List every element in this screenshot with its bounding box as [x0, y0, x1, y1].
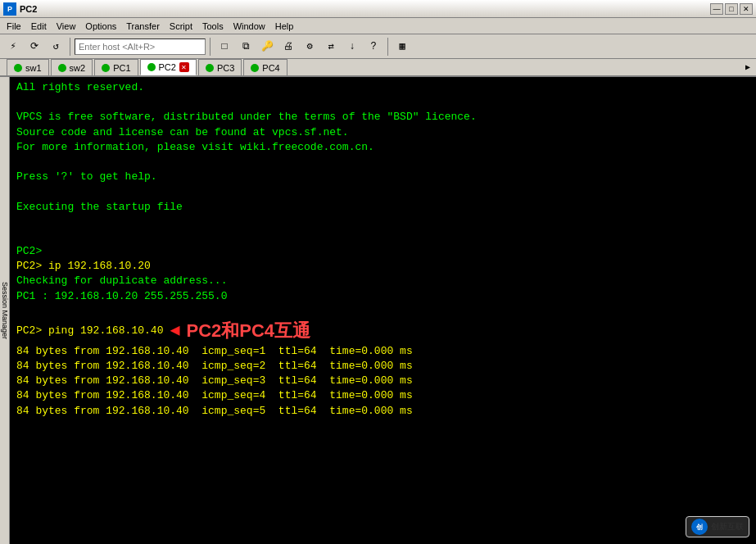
tab-label-PC1: PC1: [113, 63, 130, 73]
toolbar-arrow-icon[interactable]: ↓: [342, 37, 362, 57]
menu-view[interactable]: View: [52, 20, 81, 33]
title-bar: P PC2 — □ ✕: [0, 0, 756, 18]
terminal-line-blank-5: [16, 229, 749, 244]
toolbar-lightning-icon[interactable]: ⚡: [3, 37, 23, 57]
terminal-ping-2: 84 bytes from 192.168.10.40 icmp_seq=2 t…: [16, 359, 749, 374]
terminal-ping-1: 84 bytes from 192.168.10.40 icmp_seq=1 t…: [16, 344, 749, 359]
menu-bar: File Edit View Options Transfer Script T…: [0, 18, 756, 34]
minimize-button[interactable]: —: [710, 3, 723, 15]
toolbar-key-icon[interactable]: 🔑: [257, 37, 277, 57]
tab-PC1[interactable]: PC1: [94, 59, 138, 75]
tab-indicator-sw1: [14, 64, 22, 72]
tab-indicator-sw2: [58, 64, 66, 72]
terminal-line-help: Press '?' to get help.: [16, 170, 749, 184]
host-input[interactable]: [75, 39, 206, 55]
terminal[interactable]: All rights reserved. VPCS is free softwa…: [10, 77, 756, 544]
tab-scroll-arrow[interactable]: ▶: [740, 59, 756, 75]
watermark-text: 创新互联: [711, 521, 744, 533]
toolbar-help-icon[interactable]: ?: [364, 37, 383, 57]
menu-script[interactable]: Script: [165, 20, 197, 33]
toolbar-settings-icon[interactable]: ⚙: [300, 37, 319, 57]
terminal-line-blank-2: [16, 155, 749, 170]
close-button[interactable]: ✕: [740, 3, 753, 15]
terminal-pc1-ip: PC1 : 192.168.10.20 255.255.255.0: [16, 289, 749, 304]
terminal-line-startup: Executing the startup file: [16, 200, 749, 215]
maximize-button[interactable]: □: [725, 3, 738, 15]
menu-edit[interactable]: Edit: [26, 20, 52, 33]
tab-sw2[interactable]: sw2: [51, 59, 93, 75]
terminal-line-2: VPCS is free software, distributed under…: [16, 110, 749, 125]
terminal-ping-4: 84 bytes from 192.168.10.40 icmp_seq=4 t…: [16, 388, 749, 403]
toolbar-grid-icon[interactable]: ▦: [392, 37, 412, 57]
terminal-command-ip: PC2> ip 192.168.10.20: [16, 259, 749, 274]
tab-indicator-PC2: [147, 63, 156, 71]
terminal-line-blank-6: [16, 304, 749, 319]
terminal-command-ping: PC2> ping 192.168.10.40: [16, 324, 163, 338]
terminal-ping-5: 84 bytes from 192.168.10.40 icmp_seq=5 t…: [16, 404, 749, 419]
terminal-line-blank-4: [16, 215, 749, 229]
toolbar-refresh-icon[interactable]: ⟳: [25, 37, 44, 57]
menu-window[interactable]: Window: [229, 20, 270, 33]
toolbar-transfer-icon[interactable]: ⇄: [321, 37, 341, 57]
terminal-line-blank-3: [16, 184, 749, 199]
terminal-line-3: Source code and license can be found at …: [16, 125, 749, 140]
tab-PC2[interactable]: PC2 ✕: [140, 59, 197, 75]
terminal-checking: Checking for duplicate address...: [16, 274, 749, 288]
window-controls: — □ ✕: [710, 3, 753, 15]
tab-close-PC2[interactable]: ✕: [179, 62, 189, 72]
tab-label-PC3: PC3: [217, 63, 234, 73]
toolbar-separator-1: [70, 38, 70, 56]
terminal-ping-line: PC2> ping 192.168.10.40 ◀ PC2和PC4互通: [16, 319, 749, 344]
terminal-ping-3: 84 bytes from 192.168.10.40 icmp_seq=3 t…: [16, 374, 749, 388]
annotation-label: PC2和PC4互通: [186, 319, 310, 344]
terminal-line-4: For more information, please visit wiki.…: [16, 140, 749, 155]
toolbar-separator-3: [387, 38, 388, 56]
tab-label-PC4: PC4: [262, 63, 279, 73]
menu-help[interactable]: Help: [270, 20, 299, 33]
menu-file[interactable]: File: [2, 20, 26, 33]
tab-PC3[interactable]: PC3: [198, 59, 242, 75]
watermark-logo: 创: [691, 519, 708, 535]
session-manager-label: Session Manager: [1, 282, 9, 339]
menu-tools[interactable]: Tools: [197, 20, 229, 33]
window-title: PC2: [20, 4, 710, 14]
annotation-arrow: ◀: [170, 320, 179, 342]
tab-label-sw2: sw2: [70, 63, 86, 73]
tab-indicator-PC4: [251, 64, 259, 72]
tab-PC4[interactable]: PC4: [243, 59, 287, 75]
toolbar: ⚡ ⟳ ↺ □ ⧉ 🔑 🖨 ⚙ ⇄ ↓ ? ▦: [0, 34, 756, 59]
toolbar-new-session-icon[interactable]: □: [215, 37, 234, 57]
tab-label-sw1: sw1: [25, 63, 42, 73]
terminal-prompt-1: PC2>: [16, 244, 749, 259]
toolbar-back-icon[interactable]: ↺: [46, 37, 66, 57]
tab-indicator-PC1: [102, 64, 110, 72]
main-layout: Session Manager All rights reserved. VPC…: [0, 77, 756, 544]
tab-sw1[interactable]: sw1: [7, 59, 49, 75]
tab-indicator-PC3: [206, 64, 214, 72]
session-manager[interactable]: Session Manager: [0, 77, 10, 544]
menu-transfer[interactable]: Transfer: [121, 20, 165, 33]
app-icon: P: [3, 2, 16, 16]
toolbar-duplicate-icon[interactable]: ⧉: [236, 37, 256, 57]
toolbar-print-icon[interactable]: 🖨: [278, 37, 298, 57]
menu-options[interactable]: Options: [80, 20, 121, 33]
tab-bar: sw1 sw2 PC1 PC2 ✕ PC3 PC4 ▶: [0, 59, 756, 77]
toolbar-separator-2: [210, 38, 211, 56]
terminal-line-1: All rights reserved.: [16, 80, 749, 95]
tab-label-PC2: PC2: [159, 62, 176, 72]
terminal-line-blank-1: [16, 95, 749, 110]
watermark: 创 创新互联: [686, 516, 749, 537]
